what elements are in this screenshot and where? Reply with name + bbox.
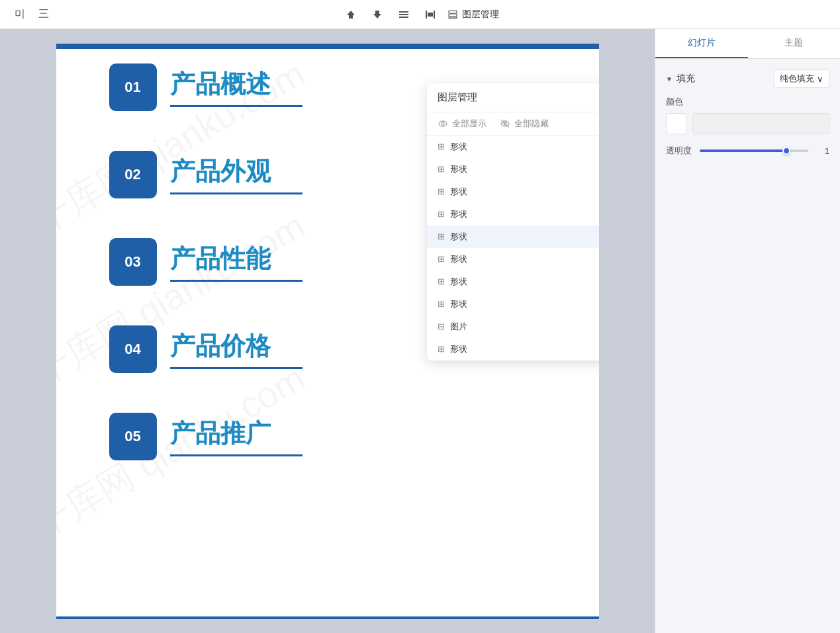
tab-theme[interactable]: 主题 <box>748 29 841 58</box>
layer-visibility-bar: 全部显示 全部隐藏 <box>427 112 599 136</box>
layer-item-8[interactable]: ⊞ 形状 🔒 👁 <box>427 293 599 316</box>
layer-icon-4: ⊞ <box>438 209 445 219</box>
fill-section-title: ▼ 填充 <box>666 73 695 85</box>
svg-rect-6 <box>449 11 457 13</box>
menu-text-02: 产品外观 <box>170 155 303 194</box>
layer-icon-3: ⊞ <box>438 187 445 196</box>
layer-name-6: 形状 <box>450 253 597 265</box>
canvas-area[interactable]: 千库网 qianku.com 千库网 qianku.com 千库网 qianku… <box>0 29 655 633</box>
toolbar-center: 图层管理 <box>342 5 499 24</box>
svg-rect-3 <box>426 11 427 19</box>
opacity-label: 透明度 <box>666 145 692 157</box>
fill-title-label: 填充 <box>677 73 695 85</box>
svg-point-9 <box>439 121 447 126</box>
layer-item-3[interactable]: ⊞ 形状 🔒 👁 <box>427 181 599 203</box>
menu-underline-01 <box>170 105 303 107</box>
menu-text-05: 产品推广 <box>170 417 303 456</box>
show-all-label: 全部显示 <box>452 118 487 130</box>
fill-type-chevron-icon: ∨ <box>817 74 823 84</box>
right-panel: 幻灯片 主题 ▼ 填充 纯色填充 ∨ 颜色 <box>655 29 840 633</box>
layer-list[interactable]: ⊞ 形状 🔒 👁 ⊞ 形状 🔒 👁 <box>427 136 599 360</box>
menu-underline-05 <box>170 454 303 456</box>
layer-name-10: 形状 <box>450 343 597 355</box>
layer-item-1[interactable]: ⊞ 形状 🔒 👁 <box>427 136 599 158</box>
layer-name-7: 形状 <box>450 276 597 288</box>
slide-bottom-line <box>56 616 599 619</box>
show-all-button[interactable]: 全部显示 <box>438 118 487 130</box>
layer-icon-10: ⊞ <box>438 344 445 354</box>
hide-all-label: 全部隐藏 <box>514 118 549 130</box>
number-box-03: 03 <box>109 238 157 286</box>
grid-icon[interactable]: 三 <box>34 5 53 24</box>
layer-name-5: 形状 <box>450 231 597 243</box>
menu-title-02: 产品外观 <box>170 155 303 189</box>
layer-item-6[interactable]: ⊞ 形状 🔒 👁 <box>427 248 599 271</box>
menu-underline-04 <box>170 367 303 369</box>
tab-slide[interactable]: 幻灯片 <box>655 29 748 58</box>
slide-item-05: 05 产品推广 <box>109 413 573 460</box>
number-box-05: 05 <box>109 413 157 460</box>
svg-rect-4 <box>434 11 435 19</box>
opacity-value: 1 <box>816 146 829 156</box>
svg-point-10 <box>442 122 444 125</box>
toolbar: 미 三 <box>0 0 840 29</box>
move-down-icon[interactable] <box>368 5 387 24</box>
layer-icon-9: ⊟ <box>438 321 445 331</box>
slide-top-bar <box>56 44 599 49</box>
layer-icon-5: ⊞ <box>438 232 445 241</box>
fill-type-select[interactable]: 纯色填充 ∨ <box>774 69 829 88</box>
menu-text-04: 产品价格 <box>170 329 303 369</box>
right-panel-content: ▼ 填充 纯色填充 ∨ 颜色 透明度 1 <box>655 59 840 633</box>
hide-all-button[interactable]: 全部隐藏 <box>500 118 549 130</box>
layer-name-9: 图片 <box>450 321 597 333</box>
layer-item-2[interactable]: ⊞ 形状 🔒 👁 <box>427 158 599 181</box>
right-panel-tabs: 幻灯片 主题 <box>655 29 840 59</box>
layer-item-10[interactable]: ⊞ 形状 🔒 👁 <box>427 338 599 360</box>
layer-name-1: 形状 <box>450 141 597 153</box>
color-input-row <box>666 113 829 134</box>
layer-panel: 图层管理 ∨ ✕ 全部显示 <box>427 83 599 360</box>
distribute-icon[interactable] <box>421 5 440 24</box>
menu-title-03: 产品性能 <box>170 242 303 276</box>
number-box-02: 02 <box>109 151 157 198</box>
layer-item-9[interactable]: ⊟ 图片 🔒 👁 <box>427 316 599 338</box>
number-box-01: 01 <box>109 63 157 111</box>
menu-icon[interactable]: 미 <box>11 5 29 24</box>
layer-icon-6: ⊞ <box>438 254 445 264</box>
slide-canvas: 千库网 qianku.com 千库网 qianku.com 千库网 qianku… <box>56 44 599 619</box>
layer-item-4[interactable]: ⊞ 形状 🔒 👁 <box>427 203 599 226</box>
layer-name-4: 形状 <box>450 208 597 220</box>
menu-title-04: 产品价格 <box>170 329 303 363</box>
menu-text-03: 产品性能 <box>170 242 303 282</box>
color-label: 颜色 <box>666 96 829 108</box>
svg-rect-7 <box>449 14 457 17</box>
layer-name-2: 形状 <box>450 163 597 175</box>
svg-rect-1 <box>399 14 408 15</box>
align-icon[interactable] <box>395 5 413 24</box>
layer-icon-7: ⊞ <box>438 276 445 286</box>
color-swatch[interactable] <box>666 113 687 134</box>
svg-rect-5 <box>428 13 433 17</box>
menu-title-05: 产品推广 <box>170 417 303 450</box>
move-up-icon[interactable] <box>342 5 360 24</box>
svg-rect-8 <box>449 17 457 19</box>
fill-type-label: 纯色填充 <box>780 73 814 85</box>
number-box-04: 04 <box>109 325 157 373</box>
svg-rect-2 <box>399 17 408 18</box>
toolbar-left: 미 三 <box>11 5 53 24</box>
layer-item-7[interactable]: ⊞ 形状 🔒 👁 <box>427 271 599 293</box>
opacity-row: 透明度 1 <box>666 145 829 157</box>
menu-underline-03 <box>170 280 303 282</box>
layer-panel-title: 图层管理 <box>438 91 477 104</box>
opacity-slider[interactable] <box>700 149 808 152</box>
color-hex-input[interactable] <box>692 113 829 134</box>
fill-arrow-icon[interactable]: ▼ <box>666 75 673 83</box>
layer-icon-2: ⊞ <box>438 164 445 174</box>
layer-name-3: 形状 <box>450 186 597 198</box>
layer-manager-toolbar[interactable]: 图层管理 <box>447 9 499 21</box>
svg-rect-0 <box>399 11 408 13</box>
layer-name-8: 形状 <box>450 298 597 310</box>
layer-item-5[interactable]: ⊞ 形状 🔒 👁 <box>427 226 599 248</box>
layer-panel-header: 图层管理 ∨ ✕ <box>427 83 599 112</box>
menu-title-01: 产品概述 <box>170 67 303 101</box>
